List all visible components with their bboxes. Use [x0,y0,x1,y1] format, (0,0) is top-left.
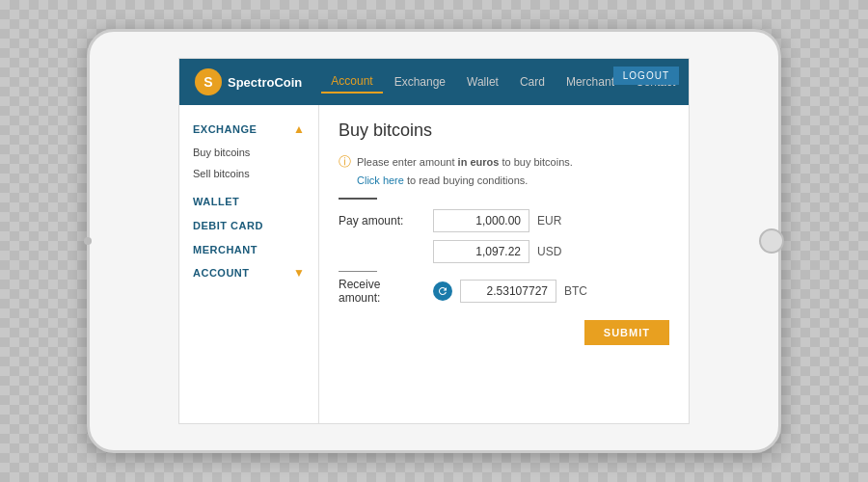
sidebar-exchange-header[interactable]: EXCHANGE ▲ [179,117,318,142]
logout-button[interactable]: LOGOUT [613,67,679,85]
pay-amount-label: Pay amount: [339,214,425,228]
refresh-button[interactable] [433,281,452,301]
sidebar-merchant-label[interactable]: MERCHANT [179,236,318,260]
info-text-bold: in euros [458,156,500,168]
pay-amount-usd-row: USD [339,240,669,263]
receive-amount-btc-input[interactable] [460,280,556,303]
tablet-frame: S SpectroCoin Account Exchange Wallet Ca… [87,29,781,453]
chevron-down-icon: ▼ [293,266,305,280]
page-title: Buy bitcoins [339,120,669,141]
nav-exchange[interactable]: Exchange [385,71,455,93]
browser-window: S SpectroCoin Account Exchange Wallet Ca… [178,58,690,424]
info-text-prefix: Please enter amount [357,156,458,168]
nav-card[interactable]: Card [510,71,555,93]
tablet-side-button [84,237,92,245]
info-icon: ⓘ [339,153,351,171]
sidebar-account-label: ACCOUNT [193,267,250,279]
pay-amount-usd-input[interactable] [433,240,529,263]
usd-currency-label: USD [537,245,571,258]
sidebar-debit-card-label[interactable]: DEBIT CARD [179,212,318,236]
chevron-up-icon: ▲ [293,122,305,136]
nav-account[interactable]: Account [321,70,382,94]
logo-area: S SpectroCoin [195,68,302,95]
pay-amount-eur-row: Pay amount: EUR [339,209,669,232]
receive-amount-row: Receive amount: BTC [339,278,669,305]
sidebar-buy-bitcoins[interactable]: Buy bitcoins [179,142,318,163]
divider-top [339,198,377,200]
eur-currency-label: EUR [537,214,571,228]
btc-currency-label: BTC [564,284,598,298]
nav-wallet[interactable]: Wallet [457,71,508,93]
tablet-home-button [759,228,784,254]
nav-bar: S SpectroCoin Account Exchange Wallet Ca… [179,59,689,105]
divider-middle [339,271,377,272]
sidebar-sell-bitcoins[interactable]: Sell bitcoins [179,163,318,184]
content-area: EXCHANGE ▲ Buy bitcoins Sell bitcoins WA… [179,105,689,423]
sidebar-exchange-section: EXCHANGE ▲ Buy bitcoins Sell bitcoins [179,117,318,184]
info-text-container: Please enter amount in euros to buy bitc… [357,152,573,188]
logo-text: SpectroCoin [228,75,302,90]
info-text-suffix: to buy bitcoins. [499,156,572,168]
submit-button[interactable]: SUBMIT [584,320,669,345]
pay-amount-eur-input[interactable] [433,209,529,232]
main-content: Buy bitcoins ⓘ Please enter amount in eu… [319,105,689,423]
info-box: ⓘ Please enter amount in euros to buy bi… [339,152,669,188]
logo-icon: S [195,68,222,95]
sidebar: EXCHANGE ▲ Buy bitcoins Sell bitcoins WA… [179,105,319,423]
sidebar-wallet-label[interactable]: WALLET [179,188,318,212]
receive-amount-label: Receive amount: [339,278,425,305]
conditions-text: to read buying conditions. [404,174,528,186]
sidebar-exchange-label: EXCHANGE [193,123,257,135]
sidebar-account-header[interactable]: ACCOUNT ▼ [179,260,318,285]
click-here-link[interactable]: Click here [357,174,404,186]
